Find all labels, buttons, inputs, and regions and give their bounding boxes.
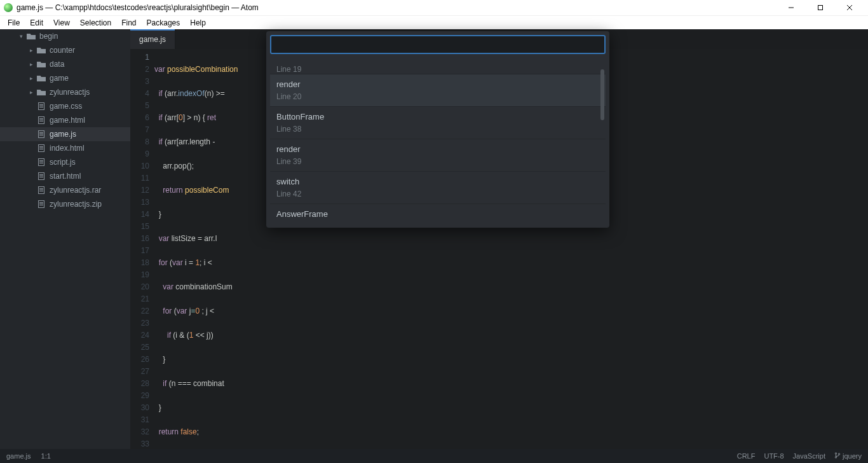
tree-file[interactable]: index.html <box>0 141 130 155</box>
palette-result[interactable]: AnswerFrame <box>270 204 606 224</box>
tree-root-folder[interactable]: ▾ begin <box>0 29 130 43</box>
palette-results: Line 19 render Line 20 ButtonFrame Line … <box>270 57 606 224</box>
file-icon <box>38 116 44 124</box>
tree-label: start.html <box>50 172 81 181</box>
tree-file[interactable]: zylunreactjs.zip <box>0 197 130 211</box>
tab-label: game.js <box>139 35 166 44</box>
tree-file[interactable]: zylunreactjs.rar <box>0 183 130 197</box>
status-language[interactable]: JavaScript <box>793 452 825 460</box>
tree-label: begin <box>39 32 58 41</box>
file-icon <box>38 144 44 152</box>
result-symbol: AnswerFrame <box>276 209 599 219</box>
chevron-right-icon: ▸ <box>28 61 34 67</box>
svg-rect-1 <box>818 6 823 10</box>
palette-result[interactable]: render Line 39 <box>270 139 606 172</box>
minimize-button[interactable] <box>776 0 806 15</box>
tree-folder[interactable]: ▸zylunreactjs <box>0 85 130 99</box>
tree-label: counter <box>50 46 75 55</box>
tree-folder[interactable]: ▸game <box>0 71 130 85</box>
svg-point-4 <box>835 453 836 454</box>
file-icon <box>38 200 44 208</box>
scrollbar-thumb[interactable] <box>600 69 604 120</box>
tree-folder[interactable]: ▸data <box>0 57 130 71</box>
chevron-right-icon: ▸ <box>28 75 34 81</box>
tree-label: game.css <box>50 102 82 111</box>
status-bar: game.js 1:1 CRLF UTF-8 JavaScript jquery <box>0 449 868 463</box>
tree-label: zylunreactjs.zip <box>50 200 102 209</box>
tree-label: index.html <box>50 144 85 153</box>
status-encoding[interactable]: UTF-8 <box>764 452 783 460</box>
palette-result[interactable]: Line 19 <box>270 57 606 74</box>
symbol-palette: Line 19 render Line 20 ButtonFrame Line … <box>266 31 609 228</box>
tree-label: game.html <box>50 116 85 125</box>
menu-packages[interactable]: Packages <box>142 18 186 27</box>
folder-icon <box>37 61 46 67</box>
svg-point-6 <box>838 453 839 455</box>
tree-file[interactable]: game.html <box>0 113 130 127</box>
tree-label: script.js <box>50 158 76 167</box>
file-icon <box>38 130 44 138</box>
tree-label: game <box>50 74 69 83</box>
window-titlebar: game.js — C:\xampp\htdocs\testcodes\reac… <box>0 0 868 15</box>
tree-label: zylunreactjs.rar <box>50 186 101 195</box>
tab-game-js[interactable]: game.js <box>130 29 175 49</box>
result-line: Line 42 <box>276 190 599 198</box>
folder-icon <box>37 89 46 95</box>
chevron-down-icon: ▾ <box>18 33 24 39</box>
file-icon <box>38 158 44 166</box>
tree-file[interactable]: game.css <box>0 99 130 113</box>
palette-search-input[interactable] <box>270 35 606 54</box>
result-symbol: render <box>276 79 599 89</box>
branch-name: jquery <box>843 452 862 460</box>
folder-icon <box>27 33 36 39</box>
window-controls <box>776 0 864 15</box>
svg-point-5 <box>835 457 836 458</box>
palette-result[interactable]: render Line 20 <box>270 74 606 107</box>
tree-folder[interactable]: ▸counter <box>0 43 130 57</box>
file-icon <box>38 172 44 180</box>
file-tree-sidebar[interactable]: ▾ begin ▸counter ▸data ▸game ▸zylunreact… <box>0 29 130 449</box>
result-line: Line 20 <box>276 92 599 101</box>
status-line-ending[interactable]: CRLF <box>737 452 756 460</box>
chevron-right-icon: ▸ <box>28 47 34 53</box>
folder-icon <box>37 75 46 81</box>
status-file[interactable]: game.js <box>6 452 31 460</box>
palette-result[interactable]: ButtonFrame Line 38 <box>270 107 606 139</box>
menu-help[interactable]: Help <box>185 18 211 27</box>
menu-find[interactable]: Find <box>116 18 141 27</box>
status-git-branch[interactable]: jquery <box>834 452 862 460</box>
menu-selection[interactable]: Selection <box>75 18 116 27</box>
menu-view[interactable]: View <box>48 18 75 27</box>
result-line: Line 38 <box>276 125 599 134</box>
result-line: Line 19 <box>276 65 599 74</box>
result-symbol: render <box>276 144 599 154</box>
menu-file[interactable]: File <box>3 18 25 27</box>
chevron-right-icon: ▸ <box>28 89 34 95</box>
close-button[interactable] <box>835 0 864 15</box>
result-line: Line 39 <box>276 157 599 166</box>
tree-label: game.js <box>50 130 76 139</box>
tree-file[interactable]: start.html <box>0 169 130 183</box>
tree-file[interactable]: game.js <box>0 127 130 141</box>
menu-bar: File Edit View Selection Find Packages H… <box>0 15 868 29</box>
result-symbol: switch <box>276 177 599 186</box>
status-cursor-position[interactable]: 1:1 <box>41 452 51 460</box>
tree-label: data <box>50 60 64 69</box>
tree-file[interactable]: script.js <box>0 155 130 169</box>
palette-result[interactable]: switch Line 42 <box>270 172 606 204</box>
maximize-button[interactable] <box>806 0 835 15</box>
folder-icon <box>37 47 46 53</box>
file-icon <box>38 186 44 194</box>
window-title: game.js — C:\xampp\htdocs\testcodes\reac… <box>17 3 776 12</box>
git-branch-icon <box>834 452 841 459</box>
result-symbol: ButtonFrame <box>276 112 599 121</box>
tree-label: zylunreactjs <box>50 88 90 97</box>
line-number-gutter[interactable]: 1234567891011121314151617181920212223242… <box>130 49 154 449</box>
file-icon <box>38 102 44 110</box>
editor-area: game.js 12345678910111213141516171819202… <box>130 29 868 449</box>
menu-edit[interactable]: Edit <box>25 18 48 27</box>
atom-app-icon <box>4 3 13 12</box>
